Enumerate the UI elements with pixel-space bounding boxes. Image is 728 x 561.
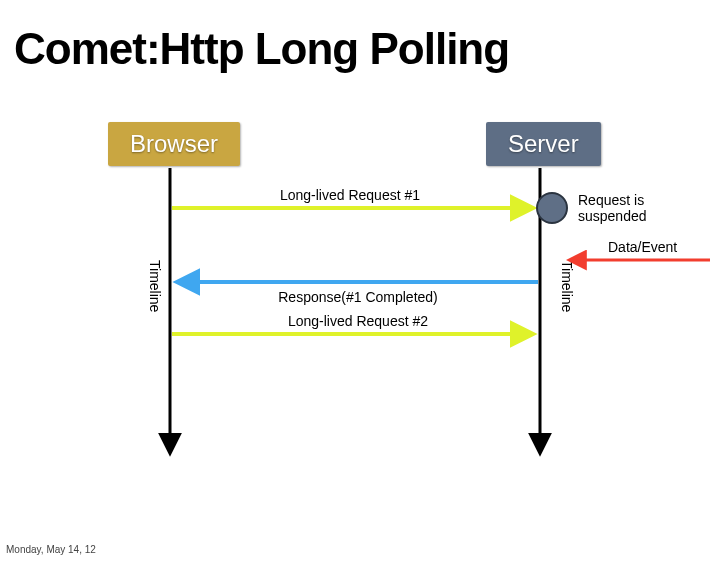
footer-date: Monday, May 14, 12 — [6, 544, 96, 555]
suspended-label-line2: suspended — [578, 208, 647, 224]
request2-label: Long-lived Request #2 — [288, 313, 428, 329]
diagram-canvas: Timeline Timeline Long-lived Request #1 … — [0, 0, 728, 561]
browser-timeline-label: Timeline — [147, 260, 163, 313]
suspended-node-icon — [537, 193, 567, 223]
request1-label: Long-lived Request #1 — [280, 187, 420, 203]
response1-label: Response(#1 Completed) — [278, 289, 438, 305]
server-timeline-label: Timeline — [559, 260, 575, 313]
data-event-label: Data/Event — [608, 239, 677, 255]
suspended-label-line1: Request is — [578, 192, 644, 208]
